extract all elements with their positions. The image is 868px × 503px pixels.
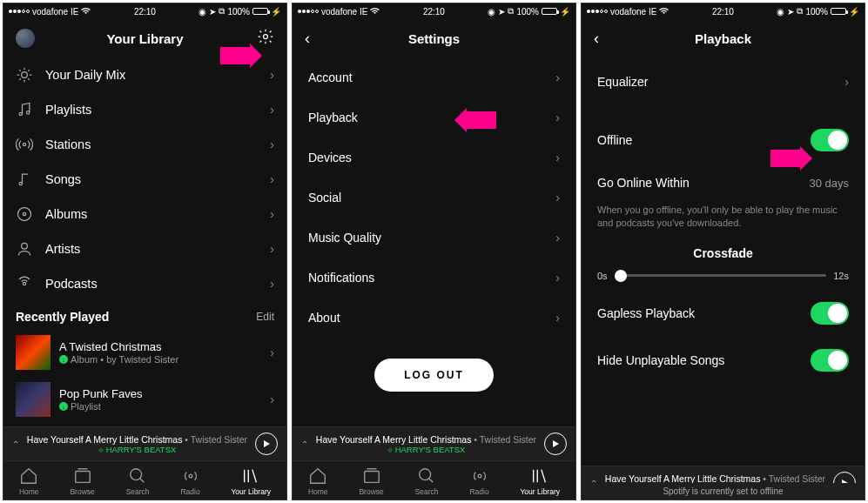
np-track: Have Yourself A Merry Little Christmas [605, 473, 761, 484]
crossfade-max: 12s [833, 271, 849, 281]
chevron-right-icon: › [270, 242, 274, 256]
gapless-row: Gapless Playback [582, 290, 865, 337]
tab-home[interactable]: Home [308, 466, 328, 496]
gapless-label: Gapless Playback [597, 306, 695, 320]
page-title: Playback [695, 31, 751, 46]
settings-header: ‹ Settings [293, 19, 575, 57]
tab-radio[interactable]: Radio [180, 466, 199, 496]
location-icon: ◉ [488, 7, 495, 17]
svg-point-3 [27, 111, 30, 114]
clock: 22:10 [712, 7, 734, 17]
tab-library[interactable]: Your Library [520, 466, 560, 496]
chevron-right-icon: › [270, 137, 274, 151]
tab-label: Radio [469, 487, 488, 496]
go-online-value: 30 days [809, 177, 849, 190]
chevron-right-icon: › [270, 68, 274, 82]
svg-point-1 [22, 72, 28, 78]
charging-icon: ⚡ [849, 7, 859, 17]
go-online-row: Go Online Within 30 days [582, 164, 865, 202]
library-item-stations[interactable]: Stations › [3, 127, 286, 162]
play-button[interactable] [544, 433, 567, 455]
crossfade-header: Crossfade [582, 239, 865, 265]
np-track: Have Yourself A Merry Little Christmas [27, 434, 183, 445]
gapless-toggle[interactable] [811, 302, 849, 325]
tab-browse[interactable]: Browse [70, 466, 94, 496]
settings-item-account[interactable]: Account› [293, 57, 575, 97]
svg-point-9 [23, 282, 25, 285]
np-artist: Twisted Sister [769, 473, 825, 484]
tab-search[interactable]: Search [126, 466, 150, 496]
tab-library[interactable]: Your Library [231, 466, 271, 496]
hide-unplayable-row: Hide Unplayable Songs [582, 337, 865, 384]
tab-label: Browse [70, 487, 94, 496]
library-item-label: Albums [45, 207, 87, 221]
now-playing-bar[interactable]: ⌃ Have Yourself A Merry Little Christmas… [3, 426, 286, 460]
rp-title: A Twisted Christmas [59, 340, 261, 353]
hide-unplayable-toggle[interactable] [811, 349, 849, 372]
settings-label: About [308, 311, 340, 325]
library-item-label: Podcasts [45, 277, 98, 291]
recently-played-header: Recently Played [16, 310, 109, 324]
equalizer-row[interactable]: Equalizer › [582, 63, 865, 101]
library-item-albums[interactable]: Albums › [3, 197, 286, 231]
clock: 22:10 [423, 7, 445, 17]
nav-icon: ➤ [209, 7, 216, 17]
chevron-up-icon[interactable]: ⌃ [301, 439, 308, 449]
settings-label: Notifications [308, 271, 374, 285]
back-button[interactable]: ‹ [594, 30, 599, 48]
battery-icon [252, 8, 268, 15]
chevron-up-icon[interactable]: ⌃ [12, 439, 19, 449]
nav-icon: ➤ [787, 7, 794, 17]
playlists-icon [16, 101, 33, 118]
battery-icon [831, 8, 846, 15]
avatar[interactable] [16, 29, 35, 48]
chevron-right-icon: › [270, 277, 274, 291]
settings-item-about[interactable]: About› [293, 298, 575, 338]
carrier-label: vodafone IE [610, 7, 656, 17]
np-artist: Twisted Sister [191, 434, 247, 445]
tab-label: Your Library [231, 487, 271, 496]
settings-item-devices[interactable]: Devices› [293, 137, 575, 178]
tab-label: Radio [180, 487, 199, 496]
podcasts-icon [16, 275, 33, 292]
svg-point-11 [131, 469, 142, 480]
wifi-icon [81, 7, 91, 17]
offline-toggle[interactable] [811, 129, 849, 151]
rp-title: Pop Punk Faves [59, 387, 261, 400]
tab-bar: Home Browse Search Radio Your Library [3, 460, 286, 500]
library-item-songs[interactable]: Songs › [3, 162, 286, 197]
edit-button[interactable]: Edit [256, 311, 274, 323]
chevron-right-icon: › [555, 191, 560, 205]
crossfade-slider[interactable] [615, 274, 827, 277]
recently-played-item[interactable]: A Twisted Christmas ↓Album • by Twisted … [3, 329, 286, 376]
wifi-icon [370, 7, 380, 17]
tab-bar: Home Browse Search Radio Your Library [293, 460, 575, 500]
settings-item-notifications[interactable]: Notifications› [293, 258, 575, 298]
library-item-label: Playlists [45, 103, 91, 117]
offline-note: When you go offline, you'll only be able… [582, 202, 865, 239]
np-track: Have Yourself A Merry Little Christmas [316, 434, 472, 445]
tab-home[interactable]: Home [19, 466, 39, 496]
tab-browse[interactable]: Browse [359, 466, 383, 496]
back-button[interactable]: ‹ [305, 30, 310, 48]
tab-radio[interactable]: Radio [469, 466, 488, 496]
now-playing-bar[interactable]: ⌃ Have Yourself A Merry Little Christmas… [293, 426, 575, 460]
artists-icon [16, 240, 33, 258]
library-item-podcasts[interactable]: Podcasts › [3, 266, 286, 301]
library-item-playlists[interactable]: Playlists › [3, 92, 286, 127]
battery-icon [542, 8, 557, 15]
recently-played-item[interactable]: Pop Punk Faves ↓Playlist › [3, 376, 286, 423]
album-art [16, 335, 50, 370]
library-item-artists[interactable]: Artists › [3, 231, 286, 266]
tab-label: Browse [359, 487, 383, 496]
settings-item-music-quality[interactable]: Music Quality› [293, 218, 575, 258]
settings-label: Account [308, 70, 353, 84]
play-button[interactable] [255, 433, 278, 455]
tab-search[interactable]: Search [415, 466, 439, 496]
logout-button[interactable]: LOG OUT [374, 359, 494, 392]
page-title: Your Library [106, 31, 183, 46]
settings-item-social[interactable]: Social› [293, 178, 575, 218]
bt-icon: ⧉ [508, 6, 514, 17]
chevron-right-icon: › [270, 345, 274, 359]
settings-item-playback[interactable]: Playback› [293, 97, 575, 137]
